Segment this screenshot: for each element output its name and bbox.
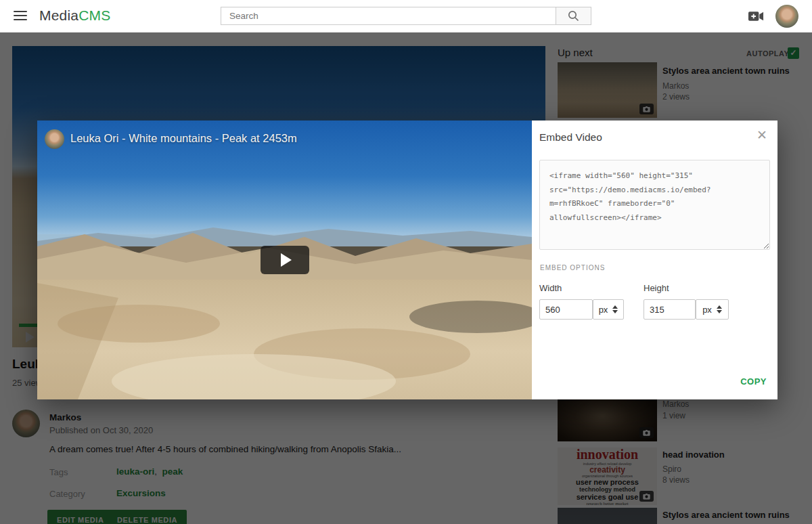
copy-button[interactable]: COPY — [740, 376, 767, 387]
preview-video-title: Leuka Ori - White mountains - Peak at 24… — [70, 132, 297, 145]
modal-title: Embed Video — [539, 131, 602, 144]
play-icon — [281, 253, 292, 267]
search-input[interactable] — [221, 7, 556, 25]
spinner-icon — [717, 305, 722, 313]
top-bar: MediaCMS — [0, 0, 812, 32]
width-input[interactable] — [539, 299, 593, 320]
height-unit-select[interactable]: px — [696, 299, 729, 320]
upload-video-icon[interactable] — [748, 10, 764, 22]
preview-author-avatar — [45, 129, 64, 149]
mediacms-page: MediaCMS Leuka Ori - White mountains - P… — [0, 0, 812, 524]
embed-options-label: EMBED OPTIONS — [540, 264, 605, 271]
embed-options-panel: Embed Video ✕ <iframe width="560" height… — [532, 121, 777, 399]
embed-video-preview[interactable]: Leuka Ori - White mountains - Peak at 24… — [37, 121, 532, 399]
spinner-icon — [612, 305, 618, 313]
width-unit-value: px — [599, 305, 608, 315]
width-unit-select[interactable]: px — [593, 299, 624, 320]
logo-text-media: Media — [39, 7, 78, 23]
search-icon — [568, 10, 579, 22]
embed-video-modal: Leuka Ori - White mountains - Peak at 24… — [37, 121, 777, 399]
mediacms-logo[interactable]: MediaCMS — [39, 7, 110, 24]
menu-icon[interactable] — [14, 11, 27, 21]
height-unit-value: px — [702, 305, 712, 315]
height-label: Height — [644, 283, 669, 293]
width-label: Width — [539, 283, 562, 293]
height-input[interactable] — [644, 299, 696, 320]
logo-text-cms: CMS — [78, 7, 110, 23]
search-button[interactable] — [556, 7, 591, 25]
embed-code-textarea[interactable]: <iframe width="560" height="315" src="ht… — [539, 160, 770, 250]
close-icon[interactable]: ✕ — [757, 129, 767, 141]
play-button[interactable] — [261, 246, 309, 274]
user-avatar[interactable] — [775, 5, 798, 28]
